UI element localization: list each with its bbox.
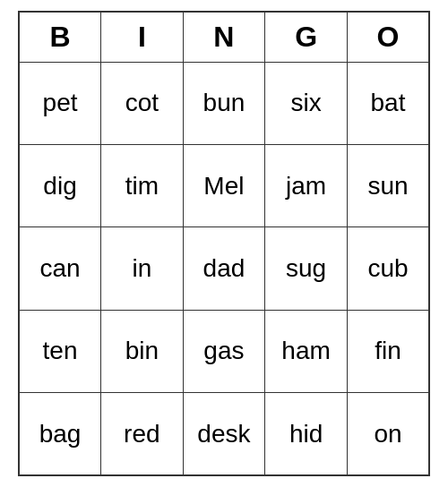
table-row: tenbingashamfin xyxy=(19,310,429,392)
table-row: petcotbunsixbat xyxy=(19,62,429,144)
cell-r0-c0: pet xyxy=(19,62,101,144)
bingo-body: petcotbunsixbatdigtimMeljamsuncanindadsu… xyxy=(19,62,429,475)
table-row: digtimMeljamsun xyxy=(19,144,429,226)
cell-r0-c3: six xyxy=(265,62,348,144)
header-cell-n: N xyxy=(183,12,265,62)
cell-r2-c2: dad xyxy=(183,227,265,310)
cell-r0-c4: bat xyxy=(347,62,429,144)
header-cell-g: G xyxy=(265,12,348,62)
cell-r1-c1: tim xyxy=(101,144,184,226)
cell-r1-c4: sun xyxy=(347,144,429,226)
cell-r4-c3: hid xyxy=(265,393,348,475)
cell-r3-c0: ten xyxy=(19,310,101,392)
bingo-card: BINGO petcotbunsixbatdigtimMeljamsuncani… xyxy=(18,11,430,476)
cell-r2-c3: sug xyxy=(265,227,348,310)
cell-r2-c1: in xyxy=(101,227,184,310)
cell-r4-c2: desk xyxy=(183,393,265,475)
table-row: bagreddeskhidon xyxy=(19,393,429,475)
cell-r4-c0: bag xyxy=(19,393,101,475)
header-row: BINGO xyxy=(19,12,429,62)
cell-r4-c4: on xyxy=(347,393,429,475)
cell-r1-c0: dig xyxy=(19,144,101,226)
table-row: canindadsugcub xyxy=(19,227,429,310)
header-cell-i: I xyxy=(101,12,184,62)
cell-r1-c3: jam xyxy=(265,144,348,226)
header-cell-b: B xyxy=(19,12,101,62)
cell-r3-c1: bin xyxy=(101,310,184,392)
cell-r0-c2: bun xyxy=(183,62,265,144)
cell-r4-c1: red xyxy=(101,393,184,475)
cell-r3-c3: ham xyxy=(265,310,348,392)
cell-r1-c2: Mel xyxy=(183,144,265,226)
header-cell-o: O xyxy=(347,12,429,62)
cell-r3-c4: fin xyxy=(347,310,429,392)
bingo-header: BINGO xyxy=(19,12,429,62)
cell-r3-c2: gas xyxy=(183,310,265,392)
cell-r2-c0: can xyxy=(19,227,101,310)
cell-r2-c4: cub xyxy=(347,227,429,310)
cell-r0-c1: cot xyxy=(101,62,184,144)
